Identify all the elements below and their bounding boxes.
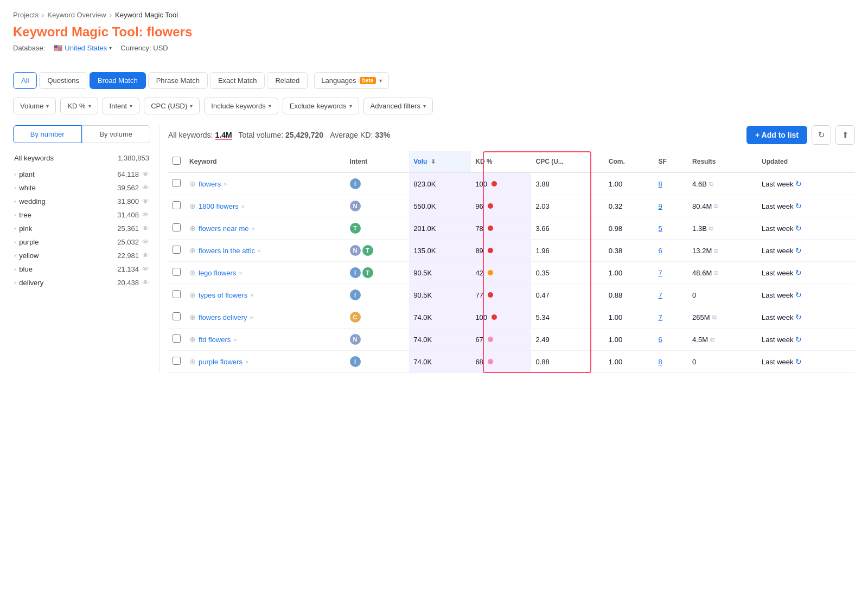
col-header-cpc[interactable]: CPC (U... <box>531 151 604 172</box>
refresh-button[interactable]: ↻ <box>812 125 831 145</box>
keyword-expand-icon[interactable]: » <box>245 358 248 365</box>
filter-exclude-keywords[interactable]: Exclude keywords ▾ <box>283 98 359 114</box>
row-checkbox[interactable] <box>173 357 181 365</box>
sidebar-item-yellow[interactable]: › yellow 22,981 👁 <box>13 249 150 262</box>
sf-value[interactable]: 5 <box>659 224 662 233</box>
add-keyword-icon[interactable]: ⊕ <box>189 268 196 277</box>
sf-value[interactable]: 7 <box>659 313 662 321</box>
sidebar-item-purple[interactable]: › purple 25,032 👁 <box>13 235 150 249</box>
row-checkbox[interactable] <box>173 201 181 209</box>
add-keyword-icon[interactable]: ⊕ <box>189 224 196 233</box>
refresh-row-icon[interactable]: ↻ <box>795 268 802 277</box>
eye-icon[interactable]: 👁 <box>142 265 149 273</box>
refresh-row-icon[interactable]: ↻ <box>795 313 802 321</box>
filter-advanced[interactable]: Advanced filters ▾ <box>363 98 433 114</box>
eye-icon[interactable]: 👁 <box>142 170 149 178</box>
add-keyword-icon[interactable]: ⊕ <box>189 291 196 299</box>
keyword-link[interactable]: ⊕ ftd flowers » <box>189 335 341 344</box>
add-keyword-icon[interactable]: ⊕ <box>189 335 196 344</box>
sf-value[interactable]: 8 <box>659 180 662 188</box>
keyword-link[interactable]: ⊕ flowers delivery » <box>189 313 341 321</box>
row-checkbox[interactable] <box>173 223 181 231</box>
copy-results-icon[interactable]: ⧉ <box>710 336 714 343</box>
keyword-link[interactable]: ⊕ lego flowers » <box>189 268 341 277</box>
keyword-expand-icon[interactable]: » <box>250 314 253 320</box>
col-header-updated[interactable]: Updated <box>757 151 855 172</box>
select-all-checkbox[interactable] <box>173 157 181 165</box>
sidebar-item-pink[interactable]: › pink 25,361 👁 <box>13 222 150 235</box>
refresh-row-icon[interactable]: ↻ <box>795 335 802 344</box>
eye-icon[interactable]: 👁 <box>142 184 149 192</box>
keyword-link[interactable]: ⊕ flowers near me » <box>189 224 341 233</box>
copy-results-icon[interactable]: ⧉ <box>709 181 713 188</box>
breadcrumb-projects[interactable]: Projects <box>13 11 39 19</box>
copy-results-icon[interactable]: ⧉ <box>714 269 718 276</box>
sidebar-by-number[interactable]: By number <box>13 125 82 143</box>
row-checkbox[interactable] <box>173 290 181 298</box>
keyword-expand-icon[interactable]: » <box>250 292 253 298</box>
refresh-row-icon[interactable]: ↻ <box>795 291 802 299</box>
col-header-kd[interactable]: KD % <box>471 151 531 172</box>
col-header-com[interactable]: Com. <box>604 151 654 172</box>
keyword-link[interactable]: ⊕ flowers » <box>189 179 341 188</box>
add-keyword-icon[interactable]: ⊕ <box>189 357 196 366</box>
eye-icon[interactable]: 👁 <box>142 252 149 260</box>
eye-icon[interactable]: 👁 <box>142 197 149 205</box>
sf-value[interactable]: 9 <box>659 202 662 210</box>
keyword-expand-icon[interactable]: » <box>239 269 242 276</box>
add-keyword-icon[interactable]: ⊕ <box>189 313 196 321</box>
sidebar-item-tree[interactable]: › tree 31,408 👁 <box>13 208 150 222</box>
copy-results-icon[interactable]: ⧉ <box>709 225 713 232</box>
languages-dropdown[interactable]: Languages beta ▾ <box>314 72 389 89</box>
keyword-expand-icon[interactable]: » <box>241 203 245 209</box>
col-header-results[interactable]: Results <box>688 151 757 172</box>
database-selector[interactable]: 🇺🇸 United States ▾ <box>54 44 112 52</box>
tab-all[interactable]: All <box>13 72 37 89</box>
tab-broad-match[interactable]: Broad Match <box>90 72 146 89</box>
tab-phrase-match[interactable]: Phrase Match <box>148 72 208 89</box>
export-button[interactable]: ⬆ <box>835 125 855 145</box>
copy-results-icon[interactable]: ⧉ <box>712 314 717 321</box>
filter-volume[interactable]: Volume ▾ <box>13 98 56 114</box>
filter-kd[interactable]: KD % ▾ <box>60 98 98 114</box>
filter-cpc[interactable]: CPC (USD) ▾ <box>144 98 200 114</box>
keyword-expand-icon[interactable]: » <box>233 336 237 343</box>
keyword-link[interactable]: ⊕ purple flowers » <box>189 357 341 366</box>
tab-related[interactable]: Related <box>267 72 308 89</box>
filter-include-keywords[interactable]: Include keywords ▾ <box>204 98 278 114</box>
breadcrumb-keyword-overview[interactable]: Keyword Overview <box>47 11 106 19</box>
copy-results-icon[interactable]: ⧉ <box>714 247 718 254</box>
sidebar-item-plant[interactable]: › plant 64,118 👁 <box>13 168 150 181</box>
row-checkbox[interactable] <box>173 179 181 187</box>
refresh-row-icon[interactable]: ↻ <box>795 246 802 255</box>
filter-intent[interactable]: Intent ▾ <box>103 98 140 114</box>
row-checkbox[interactable] <box>173 312 181 320</box>
sidebar-all-keywords[interactable]: All keywords 1,380,853 <box>13 151 150 165</box>
sidebar-item-wedding[interactable]: › wedding 31,800 👁 <box>13 195 150 208</box>
eye-icon[interactable]: 👁 <box>142 211 149 219</box>
sf-value[interactable]: 8 <box>659 358 662 366</box>
add-to-list-button[interactable]: + Add to list <box>746 126 807 144</box>
tab-exact-match[interactable]: Exact Match <box>210 72 265 89</box>
refresh-row-icon[interactable]: ↻ <box>795 179 802 188</box>
keyword-link[interactable]: ⊕ types of flowers » <box>189 291 341 299</box>
row-checkbox[interactable] <box>173 246 181 254</box>
col-header-sf[interactable]: SF <box>654 151 688 172</box>
copy-results-icon[interactable]: ⧉ <box>714 203 718 210</box>
sidebar-by-volume[interactable]: By volume <box>82 125 151 143</box>
sf-value[interactable]: 6 <box>659 336 662 344</box>
tab-questions[interactable]: Questions <box>39 72 87 89</box>
keyword-expand-icon[interactable]: » <box>258 247 261 254</box>
sf-value[interactable]: 6 <box>659 247 662 255</box>
keyword-link[interactable]: ⊕ flowers in the attic » <box>189 246 341 255</box>
sidebar-item-white[interactable]: › white 39,562 👁 <box>13 181 150 195</box>
add-keyword-icon[interactable]: ⊕ <box>189 179 196 188</box>
col-header-volume[interactable]: Volu ⬇ <box>409 151 471 172</box>
refresh-row-icon[interactable]: ↻ <box>795 202 802 210</box>
eye-icon[interactable]: 👁 <box>142 279 149 287</box>
eye-icon[interactable]: 👁 <box>142 238 149 246</box>
keyword-expand-icon[interactable]: » <box>251 225 254 231</box>
refresh-row-icon[interactable]: ↻ <box>795 357 802 366</box>
sf-value[interactable]: 7 <box>659 291 662 299</box>
row-checkbox[interactable] <box>173 268 181 276</box>
